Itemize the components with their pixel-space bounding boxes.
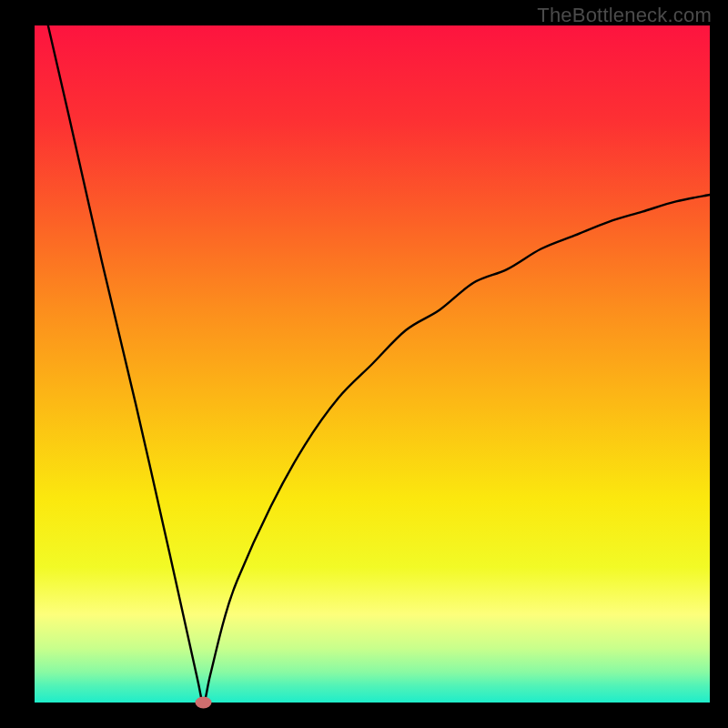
sweet-spot-marker [196, 697, 212, 709]
bottleneck-chart [0, 0, 728, 728]
chart-frame: TheBottleneck.com [0, 0, 728, 728]
watermark-text: TheBottleneck.com [537, 4, 712, 27]
